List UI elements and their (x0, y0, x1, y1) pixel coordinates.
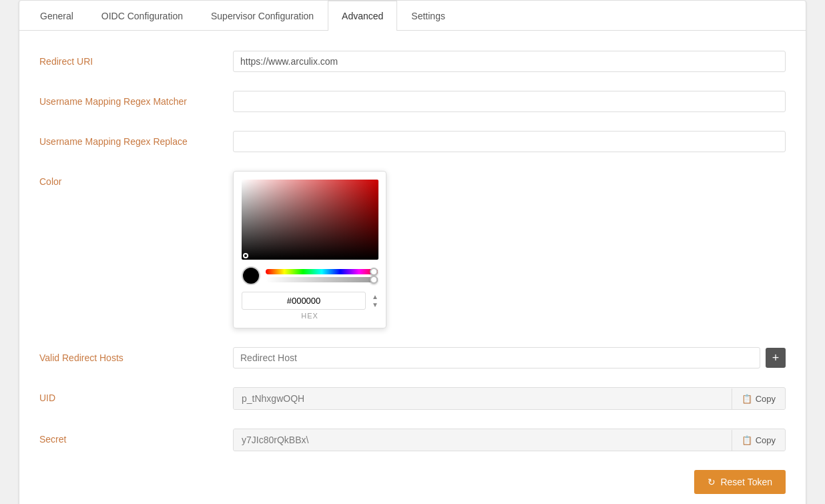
redirect-uri-label: Redirect URI (39, 51, 233, 67)
hex-row: ▲ ▼ (242, 292, 378, 310)
tab-oidc[interactable]: OIDC Configuration (87, 1, 197, 31)
username-matcher-label: Username Mapping Regex Matcher (39, 91, 233, 107)
tabs-bar: General OIDC Configuration Supervisor Co… (19, 1, 806, 31)
footer-row: ↻ Reset Token (39, 470, 786, 494)
tab-supervisor[interactable]: Supervisor Configuration (197, 1, 328, 31)
redirect-uri-input[interactable] (233, 51, 786, 72)
reset-icon: ↻ (708, 477, 716, 487)
username-matcher-input[interactable] (233, 91, 786, 112)
username-matcher-row: Username Mapping Regex Matcher (39, 91, 786, 112)
hue-thumb (370, 268, 378, 276)
redirect-host-input-row: + (233, 347, 786, 368)
uid-copy-button[interactable]: 📋 Copy (732, 389, 785, 409)
redirect-hosts-field: + (233, 347, 786, 368)
color-swatch (242, 266, 260, 285)
secret-copy-button[interactable]: 📋 Copy (732, 430, 785, 451)
tab-general[interactable]: General (26, 1, 87, 31)
tab-settings[interactable]: Settings (397, 1, 459, 31)
hex-input[interactable] (242, 292, 366, 310)
username-replace-field (233, 131, 786, 152)
redirect-hosts-label: Valid Redirect Hosts (39, 347, 233, 363)
uid-copy-label: Copy (756, 394, 776, 404)
uid-value: p_tNhxgwOQH (234, 388, 732, 409)
alpha-slider[interactable] (266, 277, 378, 282)
secret-field: y7JIc80rQkBBx\ 📋 Copy (233, 429, 786, 451)
copy-icon: 📋 (742, 394, 752, 404)
color-row: Color (39, 171, 786, 328)
hex-down-button[interactable]: ▼ (370, 301, 380, 309)
uid-label: UID (39, 387, 233, 403)
redirect-hosts-row: Valid Redirect Hosts + (39, 347, 786, 368)
color-picker[interactable]: ▲ ▼ HEX (233, 171, 386, 328)
gradient-indicator (243, 253, 248, 258)
hex-spinners: ▲ ▼ (370, 293, 380, 309)
content-area: Redirect URI Username Mapping Regex Matc… (19, 31, 806, 504)
username-matcher-field (233, 91, 786, 112)
add-redirect-host-button[interactable]: + (766, 348, 786, 368)
uid-copy-field: p_tNhxgwOQH 📋 Copy (233, 387, 786, 410)
redirect-host-input[interactable] (233, 347, 760, 368)
hue-slider[interactable] (266, 269, 378, 274)
main-container: General OIDC Configuration Supervisor Co… (19, 0, 806, 504)
uid-row: UID p_tNhxgwOQH 📋 Copy (39, 387, 786, 410)
color-gradient-canvas[interactable] (242, 180, 378, 260)
color-label: Color (39, 171, 233, 187)
tab-advanced[interactable]: Advanced (328, 1, 397, 31)
reset-token-button[interactable]: ↻ Reset Token (694, 470, 786, 494)
hue-sliders (266, 269, 378, 282)
copy-icon-2: 📋 (742, 435, 752, 445)
hex-up-button[interactable]: ▲ (370, 293, 380, 301)
secret-copy-label: Copy (756, 435, 776, 445)
username-replace-label: Username Mapping Regex Replace (39, 131, 233, 147)
username-replace-input[interactable] (233, 131, 786, 152)
reset-token-label: Reset Token (720, 477, 772, 487)
hue-row (242, 266, 378, 285)
secret-row: Secret y7JIc80rQkBBx\ 📋 Copy (39, 429, 786, 451)
uid-field: p_tNhxgwOQH 📋 Copy (233, 387, 786, 410)
secret-label: Secret (39, 429, 233, 445)
username-replace-row: Username Mapping Regex Replace (39, 131, 786, 152)
secret-value: y7JIc80rQkBBx\ (234, 429, 732, 451)
redirect-uri-field (233, 51, 786, 72)
hex-label: HEX (242, 312, 378, 320)
secret-copy-field: y7JIc80rQkBBx\ 📋 Copy (233, 429, 786, 451)
alpha-thumb (370, 276, 378, 284)
color-picker-wrapper: ▲ ▼ HEX (233, 171, 786, 328)
redirect-uri-row: Redirect URI (39, 51, 786, 72)
